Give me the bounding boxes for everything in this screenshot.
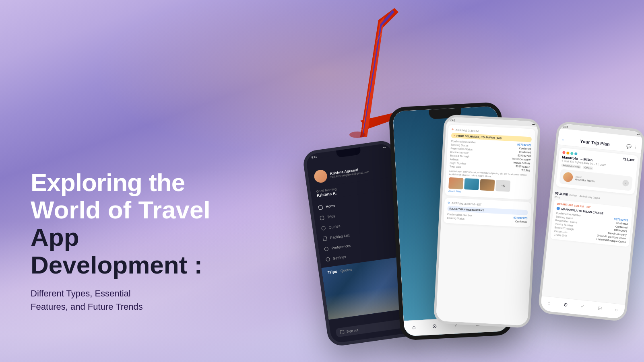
chat-icon[interactable]: 💬 [626,144,631,148]
fr-nav-check[interactable]: ✓ [580,303,585,309]
phone-fr-status-icons: ▪▪▪ [636,133,640,136]
conf-number: 937942723 [517,143,531,147]
airline-label: Airlines [450,158,459,161]
invoice-value: 937942723 [518,154,531,158]
phone-far-right: 9:41 ▪▪▪ ‹ Your Trip Plan 💬 ⋮ [538,121,644,322]
flight-label: Flight Number [450,161,466,165]
booked-label: Booked Through [450,154,469,158]
headline-line3: App Development : [31,224,232,278]
booking-value: Confirmed [519,147,531,150]
more-badge: +5 [495,180,510,192]
fr-dot-1 [562,151,566,154]
booked-value: Travel Company [512,157,531,161]
phone-right-center-screen: 9:41 ▪▪▪ ✈ ARRIVAL 3:30 PM ✕ FROM DELHI … [436,117,538,325]
flight-value: 3287463918 [516,165,530,169]
phone-right-center: 9:41 ▪▪▪ ✈ ARRIVAL 3:30 PM ✕ FROM DELHI … [433,114,541,328]
phone-rc-time: 9:41 [450,119,455,122]
fr-nav-profile[interactable]: ○ [615,307,618,313]
subheadline: Different Types, Essential Features, and… [31,287,232,313]
nav-label-settings: Settings [333,255,347,260]
packing-icon [323,237,327,241]
arrival-time-2: ARRIVAL 3:30 PM - IST [452,202,482,206]
signout-icon [340,330,344,334]
invoice-label: Invoice Number [450,150,469,154]
conf-number-2: 937942723 [513,216,527,220]
cruise-dot [556,207,560,210]
phone-fr-time: 9:41 [563,125,568,128]
cost-label: Total Cost [450,165,461,169]
fr-tag-others: Others [583,166,594,170]
back-button[interactable]: ‹ [562,137,564,142]
fr-header-icons: 💬 ⋮ [626,144,638,149]
subheadline-line2: Features, and Future Trends [31,302,143,312]
fr-agent-chevron[interactable]: › [622,180,630,187]
route-icon: ✕ [453,134,455,137]
booking-label: Booking Status [451,143,469,147]
home-icon [318,205,323,210]
fr-trip-block: Manarola — Milan 4 days & 5 nights | Jun… [556,148,638,195]
signout-label: Sign out [346,328,358,333]
nav-label-preferences: Preferences [331,244,351,251]
arrival-block-1: ✈ ARRIVAL 3:30 PM ✕ FROM DELHI (DEL) TO … [445,125,535,200]
cost-value: ₹ 2,392 [521,169,530,172]
booking-value-2: Confirmed [515,220,527,224]
settings-icon [326,257,330,261]
thumb-1 [448,177,463,189]
bottom-nav-home[interactable]: ⌂ [412,324,416,330]
phone-rc-status-icons: ▪▪▪ [532,123,535,126]
nav-label-packing: Packing List [330,233,349,240]
fr-nav-sliders[interactable]: ⊟ [597,305,602,311]
more-icon[interactable]: ⋮ [633,144,638,149]
fr-date-section: 05 JUNE 2022 Friday – Arrival Day Jaipur… [550,189,634,247]
phone-rc-content: ✈ ARRIVAL 3:30 PM ✕ FROM DELHI (DEL) TO … [436,122,538,325]
bottom-nav-map[interactable]: ⊙ [432,323,438,329]
hero-text-block: Exploring the World of Travel App Develo… [31,169,232,313]
fr-dot-4 [574,152,578,156]
fr-nav-map[interactable]: ⊙ [564,302,568,308]
airline-value: IndiGo Airlines [514,161,530,165]
fr-agent-info: Agent: Anushka Mehta [575,175,595,183]
thumb-2 [464,178,479,190]
phone-fr-bottom-nav: ⌂ ⊙ ✓ ⊟ ○ [540,296,625,319]
arrival-icon: ✈ [452,128,454,131]
fr-trip-price: ₹19,392 [623,157,635,162]
nav-label-trips: Trips [327,214,335,219]
fr-tag-addon: Addon Add Ons [561,163,582,169]
preferences-icon [324,247,328,251]
phone-left-nav: Home Trips Quotes Packing List Preferenc… [312,189,407,268]
phone-left-avatar [314,169,328,183]
reservation-label: Reservation Status [450,147,473,151]
fr-date-block: 05 JUNE 2022 [554,189,568,200]
restaurant-icon: ⊙ [448,201,450,204]
trip-plan-title: Your Trip Plan [566,137,624,148]
phone-far-right-screen: 9:41 ▪▪▪ ‹ Your Trip Plan 💬 ⋮ [540,123,643,319]
fr-nav-home[interactable]: ⌂ [547,300,551,306]
subheadline-line1: Different Types, Essential [31,288,131,298]
arrival-time-1: ARRIVAL 3:30 PM [456,128,479,132]
arrival-block-2: ⊙ ARRIVAL 3:30 PM - IST RAJSHTHAN RESTAU… [444,198,532,228]
fr-cruise-ship-label: Cruise Ship [554,233,568,237]
nav-label-home: Home [326,204,336,209]
fr-date-year: 2022 [554,196,568,200]
headline-line1: Exploring the [31,169,232,196]
fr-dot-2 [566,152,570,155]
thumb-3 [480,179,495,191]
fr-agent-avatar [563,172,573,182]
reservation-value: Confirmed [519,150,531,154]
trips-tab-label: Trips [327,269,337,275]
route-text-2: RAJSHTHAN RESTAURANT [449,207,484,212]
phone-left-status-icons: ▪▪▪ [382,146,386,149]
phone-left-user-info: Krishna Agrawal hellokrishnagrawal@gmail… [330,163,389,178]
trips-icon [320,216,324,220]
quotes-tab-label: Quotes [340,267,352,273]
nav-label-quotes: Quotes [328,224,341,230]
booking-label-2: Booking Status [447,216,464,220]
fr-date-desc: Friday – Arrival Day Jaipur [570,193,601,200]
quotes-icon [321,226,326,230]
fr-departure-block: DEPARTURE 5:30 PM – IST MANAROLA TO MILA… [550,200,633,247]
phones-container: 9:41 ▪▪▪ Krishna Agrawal hellokrishnagra… [282,24,644,358]
fr-dot-3 [570,152,574,155]
route-text-1: FROM DELHI (DEL) TO JAIPUR (JAI) [456,134,502,140]
headline-line2: World of Travel [31,196,232,224]
